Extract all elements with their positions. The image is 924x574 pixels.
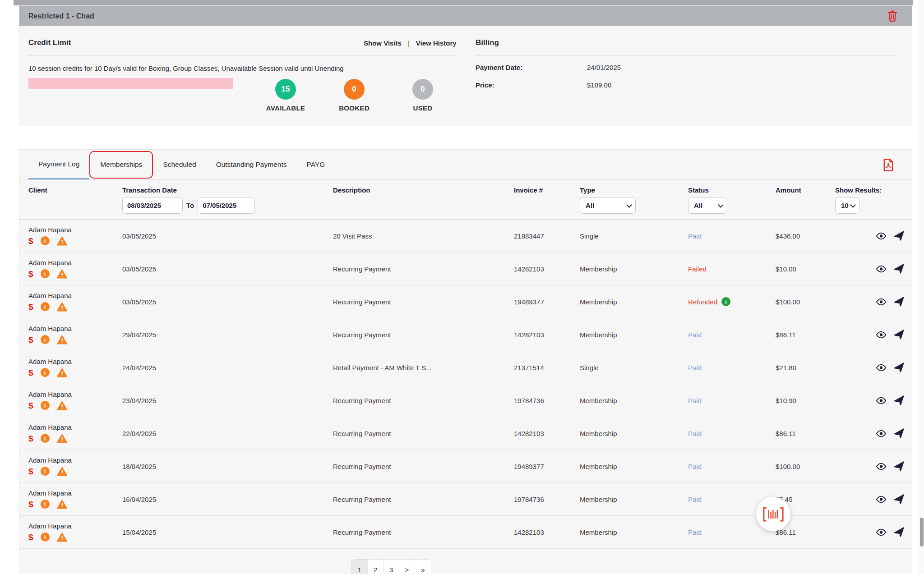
booked-count: 0 [344,79,365,100]
status-text[interactable]: Paid [688,463,702,470]
warning-icon[interactable] [57,434,67,443]
payment-dollar-icon[interactable]: $ [28,467,33,476]
view-icon[interactable] [876,331,887,339]
status-text[interactable]: Failed [688,265,707,273]
warning-icon[interactable] [57,335,67,344]
delete-membership-button[interactable] [887,10,898,22]
info-icon[interactable]: i [41,500,50,509]
payment-dollar-icon[interactable]: $ [28,401,33,410]
info-icon[interactable]: i [41,434,50,443]
status-cell: Paid i [688,364,776,372]
date-to-input[interactable] [198,197,255,214]
col-type: Type [580,186,688,194]
status-filter-select[interactable]: All [688,197,727,214]
warning-icon[interactable] [57,236,67,246]
view-icon[interactable] [876,298,887,306]
view-history-link[interactable]: View History [416,39,457,47]
info-icon[interactable]: i [41,335,50,344]
credit-limit-links: Show Visits | View History [364,39,457,47]
client-cell: Adam Hapana $ i [28,226,122,246]
payment-dollar-icon[interactable]: $ [28,237,33,245]
col-client: Client [28,186,122,194]
warning-icon[interactable] [57,533,67,542]
client-cell: Adam Hapana $ i [28,522,122,542]
price-row: Price: $109.00 [476,81,494,89]
scrollbar-track[interactable] [919,0,924,574]
view-icon[interactable] [876,232,887,240]
view-icon[interactable] [876,430,887,437]
amount-cell: $436.00 [776,232,876,240]
barcode-scan-button[interactable] [756,497,790,531]
warning-icon[interactable] [57,467,67,476]
scrollbar-thumb[interactable] [920,518,924,546]
send-icon[interactable] [894,264,904,274]
show-visits-link[interactable]: Show Visits [364,39,402,47]
status-cell: Paid i [688,331,776,339]
status-text[interactable]: Paid [688,397,702,404]
warning-icon[interactable] [57,269,67,279]
info-icon[interactable]: i [41,269,50,278]
payment-dollar-icon[interactable]: $ [28,533,33,542]
status-text[interactable]: Paid [688,496,702,503]
page-button-last[interactable]: » [415,560,431,574]
client-cell: Adam Hapana $ i [28,423,122,443]
info-icon[interactable]: i [41,467,50,476]
client-name: Adam Hapana [28,325,122,332]
send-icon[interactable] [894,297,904,307]
table-row: Adam Hapana $ i 23/04/2025 Recurring Pay… [19,384,912,417]
page-button-next[interactable]: > [399,560,415,574]
view-icon[interactable] [876,265,887,273]
warning-icon[interactable] [57,302,67,312]
view-icon[interactable] [876,528,887,536]
send-icon[interactable] [894,395,904,406]
payment-dollar-icon[interactable]: $ [28,335,33,344]
payment-dollar-icon[interactable]: $ [28,270,33,278]
status-text[interactable]: Paid [688,430,702,437]
show-results-select[interactable]: 10 [835,197,859,214]
info-icon[interactable]: i [41,533,50,542]
view-icon[interactable] [876,397,887,404]
status-text[interactable]: Paid [688,528,702,536]
client-action-icons: $ i [28,335,122,344]
export-pdf-icon[interactable] [882,158,895,172]
status-text[interactable]: Refunded [688,298,717,306]
view-icon[interactable] [876,496,887,503]
info-icon[interactable]: i [41,302,50,311]
page-button-3[interactable]: 3 [383,560,399,574]
tab-payment-log[interactable]: Payment Log [28,150,89,179]
send-icon[interactable] [894,494,904,505]
tab-scheduled[interactable]: Scheduled [153,150,206,179]
send-icon[interactable] [894,231,904,241]
warning-icon[interactable] [57,368,67,377]
payment-dollar-icon[interactable]: $ [28,368,33,377]
info-icon[interactable]: i [41,401,50,410]
send-icon[interactable] [894,428,904,439]
status-text[interactable]: Paid [688,364,702,372]
type-filter-select[interactable]: All [580,197,636,214]
client-name: Adam Hapana [28,456,122,464]
info-icon[interactable]: i [41,236,50,245]
send-icon[interactable] [894,461,904,472]
send-icon[interactable] [894,527,904,537]
tab-memberships[interactable]: Memberships [89,151,153,179]
description-cell: Recurring Payment [333,463,514,470]
client-action-icons: $ i [28,466,122,476]
tab-payg[interactable]: PAYG [296,150,335,179]
page-button-1[interactable]: 1 [352,560,368,574]
status-text[interactable]: Paid [688,232,702,240]
payment-dollar-icon[interactable]: $ [28,303,33,311]
payment-dollar-icon[interactable]: $ [28,434,33,443]
tab-outstanding-payments[interactable]: Outstanding Payments [206,150,297,179]
send-icon[interactable] [894,330,904,340]
status-text[interactable]: Paid [688,331,702,339]
info-icon[interactable]: i [41,368,50,377]
payment-dollar-icon[interactable]: $ [28,500,33,509]
refund-info-icon[interactable]: i [721,297,730,306]
page-button-2[interactable]: 2 [368,560,383,574]
send-icon[interactable] [894,363,904,373]
view-icon[interactable] [876,463,887,470]
warning-icon[interactable] [57,500,67,509]
date-from-input[interactable] [122,197,183,214]
view-icon[interactable] [876,364,887,372]
warning-icon[interactable] [57,401,67,410]
